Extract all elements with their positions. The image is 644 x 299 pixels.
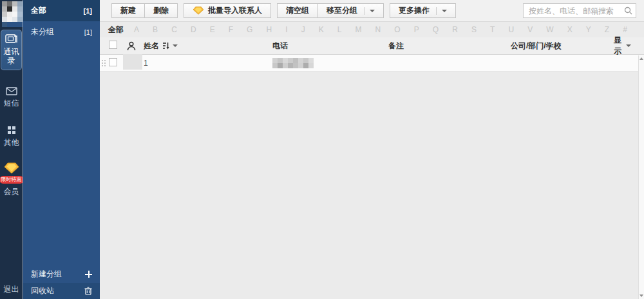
delete-button-label: 删除 bbox=[153, 5, 169, 16]
notes-column-header: 备注 bbox=[388, 41, 511, 52]
group-item-ungrouped[interactable]: 未分组 [1] bbox=[23, 21, 100, 43]
gem-icon bbox=[4, 162, 19, 174]
new-button[interactable]: 新建 bbox=[111, 3, 145, 18]
nav-item-label: 通讯录 bbox=[3, 47, 20, 65]
contact-name: 1 bbox=[144, 59, 148, 68]
group-count: [1] bbox=[84, 7, 92, 15]
batch-import-button[interactable]: 批量导入联系人 bbox=[184, 3, 271, 18]
new-button-label: 新建 bbox=[120, 5, 136, 16]
alpha-letter[interactable]: E bbox=[210, 25, 215, 34]
empty-area bbox=[100, 72, 644, 299]
sort-icon[interactable] bbox=[162, 42, 169, 50]
notes-header-label: 备注 bbox=[388, 41, 404, 50]
alpha-letter[interactable]: O bbox=[394, 25, 400, 34]
alpha-letter[interactable]: U bbox=[508, 25, 514, 34]
contacts-app: 通讯录 短信 其他 bbox=[0, 0, 644, 299]
recycle-bin-button[interactable]: 回收站 bbox=[23, 283, 100, 299]
nav-item-label: 会员 bbox=[4, 186, 19, 197]
phone-header-label: 电话 bbox=[272, 41, 288, 50]
logout-button[interactable]: 退出 bbox=[0, 284, 23, 295]
nav-item-contacts[interactable]: 通讯录 bbox=[1, 30, 22, 70]
alpha-filter-all[interactable]: 全部 bbox=[108, 24, 124, 35]
batch-import-label: 批量导入联系人 bbox=[208, 5, 262, 16]
move-to-group-label: 移至分组 bbox=[327, 5, 357, 16]
alpha-letter[interactable]: B bbox=[153, 25, 158, 34]
drag-handle-icon[interactable] bbox=[102, 60, 108, 67]
vertical-scrollbar[interactable] bbox=[638, 55, 644, 299]
chevron-down-icon bbox=[370, 10, 375, 12]
table-header: 姓名 电话 备注 公司/部门/学校 bbox=[100, 37, 644, 55]
alpha-letter[interactable]: J bbox=[301, 25, 305, 34]
alpha-letter[interactable]: K bbox=[319, 25, 324, 34]
nav-item-member[interactable]: 限时特惠 会员 bbox=[0, 162, 24, 197]
row-checkbox[interactable] bbox=[109, 58, 117, 66]
name-header-label: 姓名 bbox=[144, 41, 159, 52]
nav-item-label: 短信 bbox=[4, 98, 19, 109]
group-sidebar: 全部 [1] 未分组 [1] 新建分组 回收站 bbox=[23, 0, 100, 299]
gem-icon bbox=[193, 6, 204, 15]
chevron-down-icon bbox=[442, 10, 447, 12]
alpha-letter[interactable]: A bbox=[134, 25, 139, 34]
clear-group-label: 清空组 bbox=[286, 5, 309, 16]
redacted-phone bbox=[272, 58, 388, 68]
search-input[interactable] bbox=[523, 3, 636, 18]
alpha-letter[interactable]: L bbox=[337, 25, 342, 34]
row-avatar-cell bbox=[127, 54, 144, 72]
nav-item-label: 其他 bbox=[4, 137, 19, 148]
alpha-letter[interactable]: W bbox=[546, 25, 553, 34]
alpha-letter[interactable]: I bbox=[285, 25, 287, 34]
clear-group-button[interactable]: 清空组 bbox=[277, 3, 318, 18]
person-icon bbox=[127, 41, 144, 51]
trash-icon bbox=[84, 287, 92, 295]
row-name-cell: 1 bbox=[144, 59, 272, 68]
scroll-up-icon[interactable] bbox=[639, 57, 643, 60]
alpha-letter[interactable]: T bbox=[490, 25, 495, 34]
mail-icon bbox=[6, 87, 17, 95]
nav-item-sms[interactable]: 短信 bbox=[4, 87, 19, 109]
nav-item-other[interactable]: 其他 bbox=[4, 126, 19, 148]
divider bbox=[436, 7, 437, 15]
row-phone-cell bbox=[272, 58, 388, 68]
new-delete-group: 新建 删除 bbox=[111, 3, 178, 18]
group-count: [1] bbox=[84, 28, 92, 36]
group-item-all[interactable]: 全部 [1] bbox=[23, 0, 100, 21]
alpha-letter[interactable]: Z bbox=[605, 25, 609, 34]
alpha-letter[interactable]: S bbox=[471, 25, 477, 34]
alpha-letter[interactable]: P bbox=[414, 25, 419, 34]
alpha-letter[interactable]: V bbox=[527, 25, 533, 34]
alpha-letter[interactable]: X bbox=[567, 25, 573, 34]
contact-type-cell bbox=[127, 41, 144, 51]
alpha-letter[interactable]: R bbox=[452, 25, 458, 34]
alpha-letter[interactable]: M bbox=[355, 25, 362, 34]
search-box bbox=[523, 3, 636, 18]
alpha-letter[interactable]: G bbox=[247, 25, 252, 34]
alpha-letter[interactable]: N bbox=[375, 25, 381, 34]
display-dropdown[interactable]: 显示 bbox=[614, 35, 644, 57]
alpha-letter[interactable]: C bbox=[171, 25, 177, 34]
alphabet-filter-bar: 全部 ABCDEFGHIJKLMNOPQRSTUVWXYZ# bbox=[100, 22, 644, 37]
chevron-down-icon[interactable] bbox=[173, 44, 178, 47]
new-group-button[interactable]: 新建分组 bbox=[23, 265, 100, 283]
delete-button[interactable]: 删除 bbox=[144, 3, 178, 18]
avatar bbox=[123, 54, 142, 70]
promo-badge: 限时特惠 bbox=[0, 176, 24, 184]
recycle-label: 回收站 bbox=[31, 285, 54, 296]
company-header-label: 公司/部门/学校 bbox=[511, 41, 562, 50]
alpha-letter[interactable]: # bbox=[623, 25, 627, 34]
scroll-down-icon[interactable] bbox=[639, 294, 643, 297]
search-icon bbox=[624, 6, 632, 15]
more-actions-button[interactable]: 更多操作 bbox=[390, 3, 456, 18]
phone-column-header: 电话 bbox=[272, 41, 388, 52]
import-group: 批量导入联系人 bbox=[184, 3, 271, 18]
alpha-letter[interactable]: Q bbox=[433, 25, 439, 34]
alpha-letter[interactable]: F bbox=[229, 25, 233, 34]
alpha-letter[interactable]: Y bbox=[586, 25, 591, 34]
alpha-letter[interactable]: D bbox=[191, 25, 196, 34]
app-logo bbox=[2, 1, 21, 27]
main-content: 新建 删除 批量导入联系人 bbox=[100, 0, 644, 299]
sidebar-footer: 新建分组 回收站 bbox=[23, 265, 100, 299]
alpha-letter[interactable]: H bbox=[267, 25, 272, 34]
contact-row[interactable]: 1 bbox=[100, 55, 644, 72]
move-to-group-button[interactable]: 移至分组 bbox=[317, 3, 384, 18]
select-all-checkbox[interactable] bbox=[109, 41, 117, 49]
